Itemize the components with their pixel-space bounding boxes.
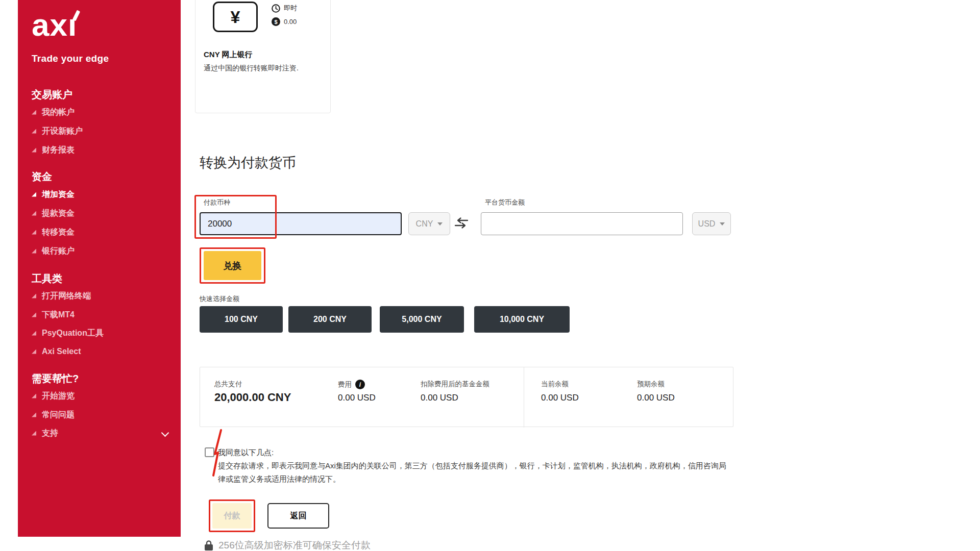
sidebar-item-start-tour[interactable]: 开始游览 [32, 391, 75, 401]
current-balance-label: 当前余额 [541, 380, 569, 389]
triangle-bullet-icon [32, 349, 36, 354]
sidebar-item-faq[interactable]: 常问问题 [32, 410, 75, 420]
swap-currencies-button[interactable] [453, 217, 470, 231]
processing-time: 即时 [272, 4, 297, 13]
sidebar-item-my-account[interactable]: 我的帐户 [32, 107, 75, 117]
sidebar-item-axi-select[interactable]: Axi Select [32, 346, 81, 357]
sidebar-item-open-webtrader[interactable]: 打开网络终端 [32, 291, 91, 301]
page: axı Trade your edge 交易账户 我的帐户 开设新账户 财务报表… [0, 0, 766, 551]
caret-down-icon [720, 222, 725, 226]
quick-amount-10000-cny[interactable]: 10,000 CNY [474, 306, 570, 333]
lock-icon [204, 540, 213, 551]
fee-value: 0.00 [284, 18, 297, 26]
caret-down-icon [437, 222, 443, 226]
agreement-text-line1: 提交存款请求，即表示我同意与Axi集团内的关联公司，第三方（包括支付服务提供商）… [218, 461, 726, 471]
expected-balance-value: 0.00 USD [637, 393, 675, 403]
fee-summary-value: 0.00 USD [338, 393, 376, 403]
nav-section-funds: 资金 [32, 170, 52, 184]
pay-currency-select[interactable]: CNY [408, 212, 450, 235]
fee-label: 费用 i [338, 380, 365, 389]
sidebar-item-financial-reports[interactable]: 财务报表 [32, 145, 75, 155]
yen-icon: ¥ [213, 2, 258, 32]
security-note: 256位高级加密标准可确保安全付款 [204, 539, 371, 551]
sidebar: axı Trade your edge 交易账户 我的帐户 开设新账户 财务报表… [18, 0, 181, 537]
nav-section-tools: 工具类 [32, 272, 62, 286]
convert-button[interactable]: 兑换 [204, 251, 261, 280]
triangle-bullet-icon [32, 110, 36, 115]
net-fund-label: 扣除费用后的基金金额 [421, 380, 489, 389]
info-icon[interactable]: i [355, 380, 365, 389]
quick-amount-5000-cny[interactable]: 5,000 CNY [380, 306, 464, 333]
triangle-bullet-icon [32, 413, 36, 417]
triangle-bullet-icon [32, 129, 36, 134]
sidebar-item-open-new-account[interactable]: 开设新账户 [32, 126, 83, 136]
triangle-bullet-icon [32, 394, 36, 398]
sidebar-item-psyquation-tools[interactable]: PsyQuation工具 [32, 328, 104, 338]
payment-summary-card: 总共支付 20,000.00 CNY 费用 i 0.00 USD 扣除费用后的基… [200, 367, 733, 427]
payment-method-card[interactable]: ¥ 即时 $ 0.00 CNY 网上银行 通过中国的银行转账即时注资. [195, 0, 331, 113]
summary-divider [524, 367, 524, 428]
sidebar-item-support[interactable]: 支持 [32, 428, 58, 438]
payment-method-title: CNY 网上银行 [204, 50, 253, 60]
dollar-icon: $ [272, 17, 280, 26]
agreement-text-line2: 律或监管义务或适用法律的情况下。 [218, 474, 340, 484]
sidebar-item-download-mt4[interactable]: 下载MT4 [32, 310, 75, 320]
triangle-bullet-icon [32, 313, 36, 317]
logo-tagline: Trade your edge [32, 53, 109, 64]
platform-amount-input[interactable] [481, 212, 683, 235]
pay-button[interactable]: 付款 [212, 503, 252, 529]
axi-logo: axı [32, 9, 77, 41]
payment-method-description: 通过中国的银行转账即时注资. [204, 61, 301, 75]
page-title: 转换为付款货币 [200, 154, 296, 172]
quick-select-label: 快速选择金额 [200, 294, 239, 304]
platform-currency-select[interactable]: USD [692, 212, 731, 235]
net-fund-value: 0.00 USD [421, 393, 458, 403]
total-pay-value: 20,000.00 CNY [214, 391, 291, 404]
sidebar-item-bank-accounts[interactable]: 银行账户 [32, 246, 75, 256]
triangle-bullet-icon [32, 431, 36, 436]
nav-section-need-help: 需要帮忙? [32, 372, 79, 386]
platform-amount-label: 平台货币金额 [485, 198, 525, 207]
sidebar-item-withdraw-funds[interactable]: 提款资金 [32, 208, 75, 218]
agreement-checkbox[interactable] [205, 447, 214, 457]
clock-icon [272, 4, 280, 13]
quick-amount-200-cny[interactable]: 200 CNY [288, 306, 372, 333]
pay-currency-label: 付款币种 [204, 198, 230, 207]
back-button[interactable]: 返回 [267, 503, 329, 529]
agreement-checkbox-label: 我同意以下几点: [218, 448, 274, 458]
sidebar-item-transfer-funds[interactable]: 转移资金 [32, 227, 75, 237]
chevron-down-icon[interactable] [161, 429, 169, 437]
processing-time-label: 即时 [284, 4, 297, 13]
triangle-bullet-icon [32, 294, 36, 298]
total-pay-label: 总共支付 [214, 380, 242, 389]
triangle-bullet-icon [32, 230, 36, 235]
logo-text: ax [32, 7, 68, 42]
triangle-bullet-icon [32, 211, 36, 216]
expected-balance-label: 预期余额 [637, 380, 665, 389]
current-balance-value: 0.00 USD [541, 393, 579, 403]
quick-amount-100-cny[interactable]: 100 CNY [200, 306, 283, 333]
fee-row: $ 0.00 [272, 17, 297, 26]
pay-amount-input[interactable] [200, 212, 402, 235]
triangle-bullet-icon [32, 331, 36, 336]
triangle-bullet-icon [32, 148, 36, 153]
swap-arrows-icon [453, 217, 470, 229]
triangle-bullet-icon [32, 192, 36, 197]
sidebar-item-add-funds[interactable]: 增加资金 [32, 189, 75, 199]
triangle-bullet-icon [32, 249, 36, 254]
nav-section-trading-accounts: 交易账户 [32, 88, 72, 102]
security-note-text: 256位高级加密标准可确保安全付款 [218, 539, 371, 551]
